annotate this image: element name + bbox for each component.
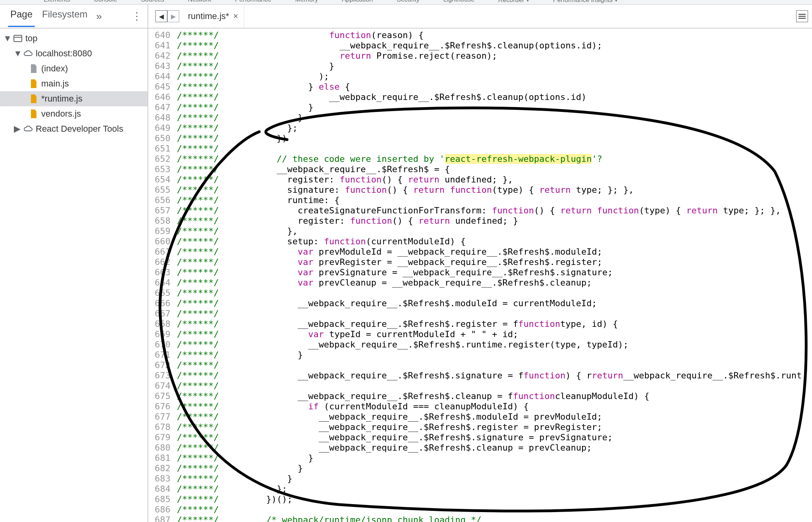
editor-history-nav: ◀ ▶: [152, 5, 182, 28]
code-line: /******/ __webpack_require__.$Refresh$.r…: [177, 319, 812, 329]
tree-origin[interactable]: ▼ localhost:8080: [0, 46, 147, 61]
code-line: /******/ var prevModuleId = __webpack_re…: [177, 247, 812, 257]
code-content[interactable]: /******/ function(reason) {/******/ __we…: [174, 29, 812, 522]
code-line: /******/ }: [177, 474, 812, 484]
navigator-tab-page[interactable]: Page: [6, 6, 37, 27]
history-forward-button[interactable]: ▶: [167, 10, 179, 22]
tree-file-mainjs[interactable]: main.js: [0, 76, 147, 91]
source-editor: ◀ ▶ runtime.js* × 6406416426436446456466…: [148, 5, 812, 522]
code-line: /******/ }: [177, 350, 812, 360]
tab-memory[interactable]: Memory: [295, 0, 318, 0]
editor-menu-button[interactable]: [796, 10, 808, 22]
code-line: /******/ }: [177, 113, 812, 123]
tab-perf-insights[interactable]: Performance insights ▾: [553, 0, 618, 0]
code-line: /******/ // these code were inserted by …: [177, 154, 812, 164]
tree-top-frame[interactable]: ▼ top: [0, 31, 147, 46]
code-line: /******/ })();: [177, 494, 812, 505]
code-line: /******/ createSignatureFunctionForTrans…: [177, 205, 812, 216]
tree-label: top: [25, 33, 38, 44]
code-line: /******/ __webpack_require__.$Refresh$.m…: [177, 412, 812, 422]
code-line: /******/ setup: function(currentModuleId…: [177, 236, 812, 247]
editor-file-tab[interactable]: runtime.js* ×: [182, 5, 244, 28]
code-line: /******/ },: [177, 226, 812, 236]
chevron-down-icon: ▼: [13, 48, 21, 59]
tab-application[interactable]: Application: [342, 0, 373, 0]
navigator-tab-filesystem[interactable]: Filesystem: [37, 6, 92, 27]
line-number-gutter: 6406416426436446456466476486496506516526…: [148, 29, 174, 522]
code-viewport[interactable]: 6406416426436446456466476486496506516526…: [148, 29, 812, 522]
code-line: /******/ __webpack_require__.$Refresh$.c…: [177, 40, 812, 51]
tab-security[interactable]: Security: [396, 0, 419, 0]
code-line: /******/: [177, 505, 812, 515]
code-line: /******/ /* webpack/runtime/jsonp chunk …: [177, 515, 812, 522]
tab-recorder[interactable]: Recorder ▾: [498, 0, 529, 0]
code-line: /******/ runtime: {: [177, 195, 812, 205]
tab-elements[interactable]: Elements: [44, 0, 70, 0]
tree-file-vendorsjs[interactable]: vendors.js: [0, 106, 147, 121]
code-line: /******/ }: [177, 463, 812, 474]
cloud-icon: [23, 124, 33, 134]
code-line: /******/ }): [177, 133, 812, 144]
code-line: /******/ };: [177, 484, 812, 494]
code-line: /******/ );: [177, 71, 812, 82]
code-line: /******/: [177, 309, 812, 319]
cloud-icon: [23, 48, 33, 59]
navigator-tabs: Page Filesystem » ⋮: [0, 5, 147, 29]
tree-label: React Developer Tools: [36, 124, 123, 134]
close-icon[interactable]: ×: [233, 11, 238, 21]
code-line: /******/ var prevRegister = __webpack_re…: [177, 257, 812, 267]
tree-label: (index): [41, 63, 68, 74]
svg-rect-0: [14, 35, 22, 42]
navigator-more-tabs[interactable]: »: [92, 10, 106, 23]
code-line: /******/ } else {: [177, 82, 812, 92]
tree-file-runtimejs[interactable]: *runtime.js: [0, 91, 147, 106]
code-line: /******/ }: [177, 61, 812, 71]
tree-label: localhost:8080: [36, 48, 92, 59]
code-line: /******/ __webpack_require__.$Refresh$ =…: [177, 164, 812, 175]
code-line: /******/ __webpack_require__.$Refresh$.c…: [177, 391, 812, 401]
code-line: /******/ __webpack_require__.$Refresh$.r…: [177, 340, 812, 350]
editor-tab-strip: ◀ ▶ runtime.js* ×: [148, 5, 812, 29]
code-line: /******/ if (currentModuleId === cleanup…: [177, 401, 812, 412]
code-line: /******/ __webpack_require__.$Refresh$.c…: [177, 92, 812, 102]
code-line: /******/ register: function() { return u…: [177, 216, 812, 226]
tree-label: vendors.js: [41, 109, 81, 119]
code-line: /******/ signature: function() { return …: [177, 185, 812, 195]
code-line: /******/ var prevSignature = __webpack_r…: [177, 267, 812, 278]
tree-file-index[interactable]: (index): [0, 61, 147, 76]
sources-navigator: Page Filesystem » ⋮ ▼ top ▼: [0, 5, 148, 522]
js-file-icon: [29, 79, 39, 89]
code-line: /******/ __webpack_require__.$Refresh$.s…: [177, 432, 812, 443]
chevron-right-icon: ▶: [13, 124, 21, 134]
tab-lighthouse[interactable]: Lighthouse: [443, 0, 474, 0]
history-back-button[interactable]: ◀: [155, 10, 167, 22]
file-tree: ▼ top ▼ localhost:8080: [0, 29, 147, 522]
devtools-panel-tabs: Elements Console Sources Network Perform…: [0, 0, 812, 5]
tab-sources[interactable]: Sources: [141, 0, 164, 0]
tab-console[interactable]: Console: [94, 0, 117, 0]
code-line: /******/ __webpack_require__.$Refresh$.m…: [177, 298, 812, 309]
code-line: /******/: [177, 360, 812, 370]
editor-file-tab-label: runtime.js*: [188, 11, 229, 21]
code-line: /******/ __webpack_require__.$Refresh$.c…: [177, 443, 812, 453]
code-line: /******/ __webpack_require__.$Refresh$.r…: [177, 422, 812, 432]
code-line: /******/ }: [177, 102, 812, 113]
code-line: /******/ function(reason) {: [177, 30, 812, 40]
code-line: /******/ register: function() { return u…: [177, 175, 812, 185]
tree-label: main.js: [41, 79, 69, 89]
code-line: /******/: [177, 144, 812, 154]
tree-react-devtools[interactable]: ▶ React Developer Tools: [0, 121, 147, 136]
code-line: /******/ return Promise.reject(reason);: [177, 51, 812, 61]
js-file-icon: [29, 94, 39, 104]
tab-performance[interactable]: Performance: [235, 0, 272, 0]
code-line: /******/ __webpack_require__.$Refresh$.s…: [177, 370, 812, 381]
tab-network[interactable]: Network: [188, 0, 211, 0]
chevron-down-icon: ▼: [3, 33, 10, 44]
code-line: /******/ }: [177, 453, 812, 463]
navigator-kebab-menu[interactable]: ⋮: [130, 10, 144, 23]
frame-icon: [13, 33, 23, 44]
js-file-icon: [29, 109, 39, 119]
code-line: /******/ var typeId = currentModuleId + …: [177, 329, 812, 340]
code-line: /******/ var prevCleanup = __webpack_req…: [177, 278, 812, 288]
code-line: /******/: [177, 288, 812, 298]
